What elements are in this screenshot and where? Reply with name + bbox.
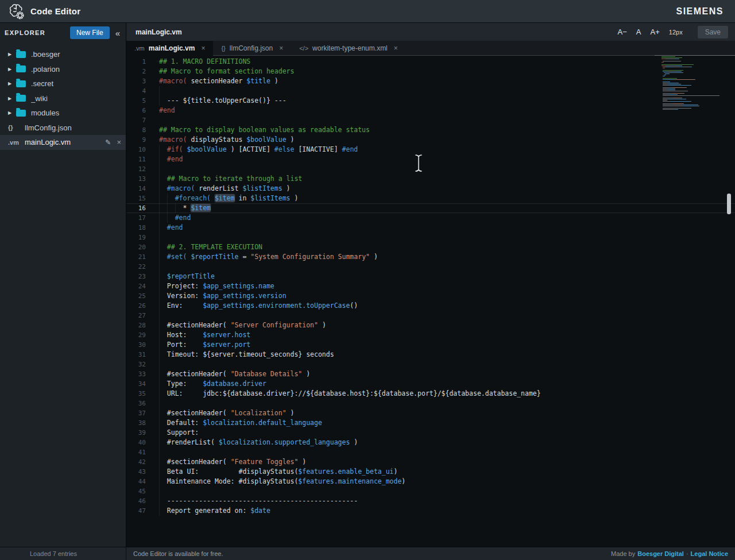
line-number: 21: [126, 252, 146, 262]
author-link[interactable]: Boesger Digital: [637, 550, 684, 557]
indent-guide: [159, 145, 167, 155]
collapse-sidebar-icon[interactable]: «: [114, 28, 121, 38]
folder-twisty-icon: ▶: [8, 52, 16, 57]
code-line-5[interactable]: 5--- ${title.toUpperCase()} ---: [126, 96, 735, 106]
code-line-37[interactable]: 37#sectionHeader( "Localization" ): [126, 408, 735, 418]
line-content: #macro( sectionHeader $title ): [159, 76, 278, 86]
font-increase-button[interactable]: A+: [651, 28, 660, 36]
save-button[interactable]: Save: [698, 26, 728, 38]
code-editor[interactable]: 1## 1. MACRO DEFINITIONS2## Macro to for…: [126, 56, 735, 547]
code-line-18[interactable]: 18#end: [126, 223, 735, 233]
sidebar-item-polarion[interactable]: ▶.polarion: [0, 62, 126, 77]
sidebar-item-mainlogic-vm[interactable]: .vmmainLogic.vm✎×: [0, 135, 126, 150]
indent-guide: [159, 379, 167, 389]
sidebar-item-llmconfig-json[interactable]: {}llmConfig.json: [0, 121, 126, 136]
code-line-45[interactable]: 45: [126, 486, 735, 496]
code-line-28[interactable]: 28#sectionHeader( "Server Configuration"…: [126, 320, 735, 330]
code-line-26[interactable]: 26Env: $app_settings.environment.toUpper…: [126, 301, 735, 311]
code-line-12[interactable]: 12: [126, 164, 735, 174]
code-line-33[interactable]: 33#sectionHeader( "Database Details" ): [126, 369, 735, 379]
font-reset-button[interactable]: A: [636, 28, 641, 36]
code-line-9[interactable]: 9#macro( displayStatus $boolValue ): [126, 135, 735, 145]
tab-close-icon[interactable]: ×: [279, 44, 283, 52]
line-content: Timeout: ${server.timeout_seconds} secon…: [159, 350, 334, 360]
code-line-30[interactable]: 30Port: $server.port: [126, 340, 735, 350]
code-line-27[interactable]: 27: [126, 311, 735, 320]
sidebar-item-wiki[interactable]: ▶_wiki: [0, 91, 126, 106]
code-line-40[interactable]: 40#renderList( $localization.supported_l…: [126, 438, 735, 447]
code-line-43[interactable]: 43Beta UI: #displayStatus($features.enab…: [126, 467, 735, 477]
tab-llmconfig-json[interactable]: {}llmConfig.json×: [213, 41, 291, 55]
font-decrease-button[interactable]: A−: [618, 28, 627, 36]
line-content: #sectionHeader( "Server Configuration" ): [159, 320, 326, 330]
code-line-11[interactable]: 11#end: [126, 155, 735, 164]
line-number: 47: [126, 506, 146, 516]
line-number: 23: [126, 272, 146, 281]
code-line-39[interactable]: 39Support:: [126, 428, 735, 438]
line-content: Support:: [159, 428, 199, 438]
scrollbar-thumb[interactable]: [727, 194, 731, 214]
code-line-47[interactable]: 47Report generated on: $date: [126, 506, 735, 516]
font-size-value: 12px: [669, 29, 683, 36]
code-line-42[interactable]: 42#sectionHeader( "Feature Toggles" ): [126, 457, 735, 467]
folder-icon: [16, 110, 26, 117]
code-line-22[interactable]: 22: [126, 262, 735, 272]
code-line-29[interactable]: 29Host: $server.host: [126, 330, 735, 340]
code-line-25[interactable]: 25Version: $app_settings.version: [126, 291, 735, 301]
code-line-35[interactable]: 35URL: jdbc:${database.driver}://${datab…: [126, 389, 735, 399]
code-line-13[interactable]: 13## Macro to iterate through a list: [126, 174, 735, 184]
sidebar-item-modules[interactable]: ▶modules: [0, 106, 126, 121]
code-line-4[interactable]: 4: [126, 86, 735, 96]
tab-close-icon[interactable]: ×: [394, 44, 398, 52]
code-line-32[interactable]: 32: [126, 360, 735, 369]
code-content[interactable]: 1## 1. MACRO DEFINITIONS2## Macro to for…: [126, 56, 735, 516]
tab-workitem-type-enum-xml[interactable]: </>workitem-type-enum.xml×: [291, 41, 406, 55]
line-number: 2: [126, 67, 146, 76]
code-line-46[interactable]: 46--------------------------------------…: [126, 496, 735, 506]
code-line-6[interactable]: 6#end: [126, 106, 735, 115]
line-number: 9: [126, 135, 146, 145]
code-line-14[interactable]: 14#macro( renderList $listItems ): [126, 184, 735, 194]
code-line-16[interactable]: 16* $item: [126, 203, 735, 213]
sidebar-item-label: .boesger: [31, 50, 121, 59]
code-line-31[interactable]: 31Timeout: ${server.timeout_seconds} sec…: [126, 350, 735, 360]
code-line-15[interactable]: 15#foreach( $item in $listItems ): [126, 194, 735, 203]
tab-mainlogic-vm[interactable]: .vmmainLogic.vm×: [126, 41, 213, 56]
code-line-17[interactable]: 17#end: [126, 213, 735, 223]
line-content: [159, 486, 167, 496]
indent-guide: [159, 311, 167, 320]
indent-guide: [159, 291, 167, 301]
app-title: Code Editor: [30, 6, 80, 16]
sidebar-item-boesger[interactable]: ▶.boesger: [0, 47, 126, 62]
code-line-3[interactable]: 3#macro( sectionHeader $title ): [126, 76, 735, 86]
code-line-38[interactable]: 38Default: $localization.default_languag…: [126, 418, 735, 428]
code-line-7[interactable]: 7: [126, 115, 735, 125]
code-line-20[interactable]: 20## 2. TEMPLATE EXECUTION: [126, 242, 735, 252]
code-line-21[interactable]: 21#set( $reportTitle = "System Configura…: [126, 252, 735, 262]
code-line-34[interactable]: 34Type: $database.driver: [126, 379, 735, 389]
legal-notice-link[interactable]: Legal Notice: [691, 550, 728, 557]
new-file-button[interactable]: New File: [70, 26, 110, 39]
line-content: --- ${title.toUpperCase()} ---: [159, 96, 287, 106]
code-line-10[interactable]: 10#if( $boolValue ) [ACTIVE] #else [INAC…: [126, 145, 735, 155]
status-bar: Loaded 7 entries Code Editor is availabl…: [0, 547, 735, 560]
edit-icon[interactable]: ✎: [105, 138, 111, 146]
code-line-8[interactable]: 8## Macro to display boolean values as r…: [126, 125, 735, 135]
code-line-1[interactable]: 1## 1. MACRO DEFINITIONS: [126, 57, 735, 67]
indent-guide: [159, 281, 167, 291]
line-content: #set( $reportTitle = "System Configurati…: [159, 252, 378, 262]
code-line-23[interactable]: 23$reportTitle: [126, 272, 735, 281]
close-icon[interactable]: ×: [117, 138, 121, 146]
code-line-2[interactable]: 2## Macro to format section headers: [126, 67, 735, 76]
code-line-24[interactable]: 24Project: $app_settings.name: [126, 281, 735, 291]
tab-close-icon[interactable]: ×: [201, 44, 205, 52]
code-line-19[interactable]: 19: [126, 233, 735, 242]
minimap[interactable]: [662, 56, 734, 110]
sidebar-item-secret[interactable]: ▶.secret: [0, 76, 126, 91]
code-line-36[interactable]: 36: [126, 399, 735, 408]
line-content: [159, 447, 167, 457]
folder-icon: [16, 51, 26, 58]
code-line-44[interactable]: 44Maintenance Mode: #displayStatus($feat…: [126, 477, 735, 486]
code-line-41[interactable]: 41: [126, 447, 735, 457]
line-content: #sectionHeader( "Database Details" ): [159, 369, 310, 379]
